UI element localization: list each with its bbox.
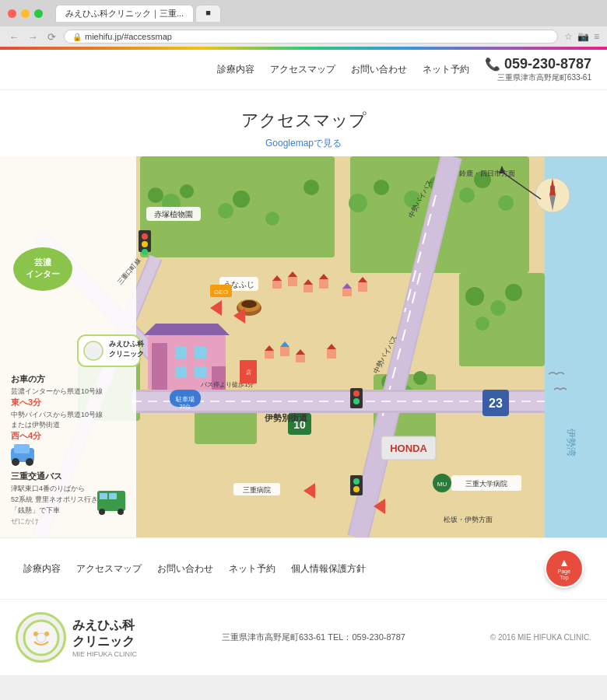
svg-text:伊勢別街道: 伊勢別街道: [264, 413, 308, 422]
svg-point-58: [142, 233, 148, 240]
footer-nav-access[interactable]: アクセスマップ: [76, 562, 142, 576]
back-button[interactable]: ←: [8, 30, 20, 43]
svg-rect-38: [342, 289, 352, 296]
nav-access[interactable]: アクセスマップ: [270, 63, 335, 76]
svg-text:HONDA: HONDA: [390, 443, 427, 454]
svg-text:伊勢湾: 伊勢湾: [566, 429, 577, 457]
svg-text:ぜにかけ: ぜにかけ: [11, 517, 39, 525]
svg-text:鈴鹿・四日市方面: 鈴鹿・四日市方面: [459, 170, 515, 177]
svg-point-70: [84, 341, 103, 360]
svg-rect-1: [545, 156, 607, 537]
svg-point-12: [218, 203, 233, 219]
svg-point-14: [265, 212, 279, 226]
svg-rect-5: [459, 273, 545, 366]
svg-text:三重交通バス: 三重交通バス: [11, 471, 62, 481]
page-title: アクセスマップ: [0, 109, 607, 132]
svg-text:クリニック: クリニック: [109, 350, 144, 358]
footer-logo: みえひふ科 クリニック MIE HIFUKA CLINIC: [16, 612, 137, 663]
map-area: 伊勢湾: [0, 156, 607, 537]
svg-rect-34: [304, 285, 313, 292]
svg-point-24: [490, 300, 506, 316]
footer-nav-bar: 診療内容 アクセスマップ お問い合わせ ネット予約 個人情報保護方針 ▲ Pag…: [0, 537, 607, 600]
nav-shinryo[interactable]: 診療内容: [217, 63, 254, 76]
page-top-button[interactable]: ▲ PageTop: [545, 549, 584, 588]
google-map-link[interactable]: Googlemapで見る: [265, 138, 342, 149]
svg-text:MU: MU: [437, 481, 447, 488]
svg-point-97: [353, 398, 360, 404]
svg-point-100: [353, 486, 360, 492]
svg-point-15: [304, 180, 319, 195]
footer-address: 三重県津市高野尾町633-61 TEL：059-230-8787: [149, 632, 478, 643]
svg-marker-63: [144, 324, 230, 335]
page-title-area: アクセスマップ Googlemapで見る: [0, 90, 607, 156]
tab-new[interactable]: ■: [195, 5, 221, 22]
tab-bar: みえひふ科クリニック｜三重... ■: [55, 5, 221, 22]
svg-rect-48: [327, 349, 336, 359]
camera-icon[interactable]: 📷: [577, 31, 589, 42]
svg-text:インター: インター: [26, 269, 60, 278]
svg-rect-40: [358, 282, 367, 292]
forward-button[interactable]: →: [26, 30, 39, 43]
svg-text:松坂・伊勢方面: 松坂・伊勢方面: [444, 516, 493, 523]
logo-circle: [16, 612, 66, 663]
svg-point-20: [459, 187, 475, 203]
svg-rect-127: [14, 444, 30, 453]
svg-point-16: [349, 194, 367, 212]
secure-icon: 🔒: [72, 33, 82, 41]
svg-point-137: [118, 509, 124, 515]
svg-text:三重病院: 三重病院: [243, 486, 271, 494]
maximize-button[interactable]: [34, 9, 43, 18]
svg-point-83: [241, 300, 257, 308]
title-bar: みえひふ科クリニック｜三重... ■: [0, 0, 607, 26]
footer-nav-shinryo[interactable]: 診療内容: [23, 562, 61, 576]
svg-text:GEO: GEO: [214, 289, 228, 296]
page-content: アクセスマップ Googlemapで見る 伊勢湾: [0, 90, 607, 537]
svg-rect-44: [280, 347, 289, 356]
svg-text:駐車場: 駐車場: [175, 396, 195, 403]
nav-contact[interactable]: お問い合わせ: [351, 63, 407, 76]
svg-point-25: [505, 284, 522, 301]
svg-rect-32: [288, 277, 297, 286]
svg-point-26: [475, 317, 489, 331]
tab-active[interactable]: みえひふ科クリニック｜三重...: [55, 5, 194, 22]
svg-point-99: [353, 478, 360, 485]
browser-tools: ☆ 📷 ≡: [564, 31, 599, 42]
phone-icon: 📞: [485, 57, 500, 72]
footer-nav-reservation[interactable]: ネット予約: [229, 562, 275, 576]
svg-point-96: [353, 390, 360, 397]
svg-text:三重大学病院: 三重大学病院: [465, 480, 507, 488]
footer-nav-contact[interactable]: お問い合わせ: [157, 562, 213, 576]
svg-rect-46: [296, 355, 305, 362]
svg-text:52系統 豊里ネオポリス行き: 52系統 豊里ネオポリス行き: [11, 495, 98, 503]
svg-rect-36: [319, 279, 328, 289]
logo-jp-line2: クリニック: [72, 634, 137, 650]
minimize-button[interactable]: [21, 9, 30, 18]
svg-rect-66: [175, 366, 187, 378]
svg-rect-134: [100, 493, 107, 499]
svg-rect-67: [195, 366, 206, 378]
menu-icon[interactable]: ≡: [594, 31, 599, 42]
svg-text:店: 店: [246, 369, 251, 375]
nav-reservation[interactable]: ネット予約: [423, 63, 469, 76]
svg-point-59: [142, 241, 148, 247]
address-input[interactable]: 🔒 miehifu.jp/#accessmap: [64, 30, 558, 44]
svg-text:赤塚植物園: 赤塚植物園: [154, 210, 193, 219]
svg-text:「銭懸」で下車: 「銭懸」で下車: [11, 506, 60, 514]
logo-svg: [22, 618, 61, 657]
header-nav: 診療内容 アクセスマップ お問い合わせ ネット予約: [217, 63, 469, 76]
svg-text:東へ3分: 東へ3分: [11, 397, 42, 407]
star-icon[interactable]: ☆: [564, 31, 573, 42]
close-button[interactable]: [8, 9, 16, 18]
header-phone: 📞 059-230-8787 三重県津市高野尾町633-61: [485, 56, 591, 83]
reload-button[interactable]: ⟳: [45, 30, 58, 43]
footer-nav-privacy[interactable]: 個人情報保護方針: [291, 562, 366, 576]
site-header: 診療内容 アクセスマップ お問い合わせ ネット予約 📞 059-230-8787…: [0, 50, 607, 90]
svg-text:みえひふ科: みえひふ科: [109, 340, 145, 348]
svg-rect-98: [350, 475, 363, 495]
svg-point-9: [148, 187, 163, 203]
svg-rect-62: [152, 343, 167, 390]
page-top-label: PageTop: [558, 569, 570, 580]
svg-text:芸濃: 芸濃: [34, 257, 52, 267]
svg-text:西へ4分: 西へ4分: [11, 431, 42, 440]
footer-bottom: みえひふ科 クリニック MIE HIFUKA CLINIC 三重県津市高野尾町6…: [0, 600, 607, 675]
